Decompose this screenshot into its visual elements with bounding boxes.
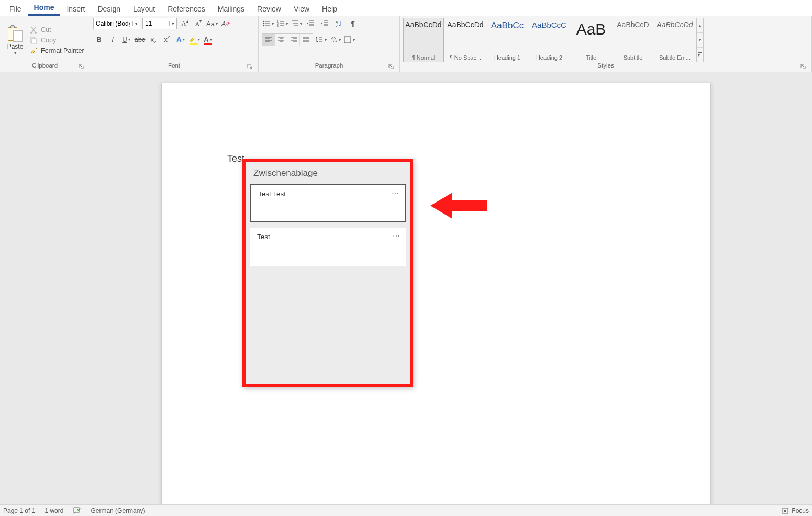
style-label: Subtitle [624, 54, 643, 61]
style-item[interactable]: AaBTitle [571, 18, 611, 62]
style-item[interactable]: AaBbCcCHeading 2 [529, 18, 570, 62]
font-name-caret-icon[interactable]: ▾ [132, 21, 140, 26]
style-item[interactable]: AaBbCcDdSubtle Em... [654, 18, 695, 62]
underline-button[interactable]: U▾ [120, 33, 132, 45]
style-label: Heading 1 [494, 54, 520, 61]
svg-marker-14 [430, 193, 487, 219]
svg-point-5 [263, 23, 265, 25]
tab-mailings[interactable]: Mailings [212, 2, 251, 16]
clipboard-popup-title: Zwischenablage [246, 162, 410, 184]
copy-button: Copy [29, 36, 84, 44]
numbering-button[interactable]: 123▾ [276, 18, 288, 29]
tab-design[interactable]: Design [91, 2, 127, 16]
group-paragraph: ▾ 123▾ ▾ AZ ¶ ▾ ▾ ▾ Paragra [259, 16, 400, 72]
annotation-arrow-icon [430, 189, 488, 222]
style-preview: AaBbCcDd [657, 20, 693, 29]
cut-button: Cut [29, 26, 84, 34]
tab-strip: FileHomeInsertDesignLayoutReferencesMail… [0, 0, 812, 16]
status-page[interactable]: Page 1 of 1 [3, 507, 35, 514]
italic-button[interactable]: I [107, 33, 118, 45]
line-spacing-button[interactable]: ▾ [315, 34, 327, 46]
highlight-button[interactable]: ▾ [188, 33, 200, 45]
style-label: ¶ No Spac... [450, 54, 481, 61]
style-preview: AaBbCcD [617, 20, 649, 29]
tab-help[interactable]: Help [316, 2, 343, 16]
font-color-button[interactable]: A▾ [202, 33, 214, 45]
styles-scroll-down-icon[interactable]: ▾ [697, 33, 703, 48]
justify-button[interactable] [300, 34, 313, 46]
shading-button[interactable]: ▾ [329, 34, 341, 46]
font-size-input[interactable] [143, 20, 169, 27]
clipboard-item[interactable]: Test⋯ [250, 228, 406, 266]
font-size-caret-icon[interactable]: ▾ [169, 21, 176, 26]
font-size-combo[interactable]: ▾ [142, 18, 177, 29]
status-focus[interactable]: Focus [782, 507, 809, 514]
styles-scroll-up-icon[interactable]: ▴ [697, 18, 703, 33]
subscript-button[interactable]: x2 [148, 33, 159, 45]
sort-button[interactable]: AZ [332, 18, 345, 29]
decrease-font-button[interactable]: A▾ [193, 18, 204, 29]
tab-view[interactable]: View [287, 2, 316, 16]
bold-button[interactable]: B [93, 33, 105, 45]
show-marks-button[interactable]: ¶ [347, 18, 359, 29]
tab-home[interactable]: Home [28, 1, 61, 16]
change-case-button[interactable]: Aa▾ [206, 18, 218, 29]
increase-indent-button[interactable] [318, 18, 331, 29]
increase-font-button[interactable]: A▴ [179, 18, 191, 29]
paste-button[interactable]: Paste ▾ [3, 18, 27, 62]
superscript-button[interactable]: x2 [161, 33, 173, 45]
font-launcher-icon[interactable] [247, 63, 253, 70]
clipboard-item-text: Test [257, 233, 270, 241]
group-clipboard: Paste ▾ Cut Copy Format Painter Clipbo [0, 16, 90, 72]
status-words[interactable]: 1 word [45, 507, 63, 514]
group-font: ▾ ▾ A▴ A▾ Aa▾ A⊘ B I U▾ abc x2 x2 A▾ [90, 16, 259, 72]
more-icon[interactable]: ⋯ [392, 189, 399, 197]
group-styles: AaBbCcDd¶ NormalAaBbCcDd¶ No Spac...AaBb… [400, 16, 812, 72]
borders-button[interactable]: ▾ [343, 34, 355, 46]
status-language[interactable]: German (Germany) [91, 507, 145, 514]
style-label: Title [586, 54, 596, 61]
more-icon[interactable]: ⋯ [393, 232, 401, 240]
tab-references[interactable]: References [161, 2, 212, 16]
style-preview: AaBbCcC [532, 20, 566, 29]
font-name-combo[interactable]: ▾ [93, 18, 140, 29]
style-item[interactable]: AaBbCcDd¶ No Spac... [445, 18, 486, 62]
align-left-button[interactable] [262, 34, 275, 46]
align-right-button[interactable] [287, 34, 300, 46]
svg-point-12 [336, 41, 337, 42]
status-spellcheck-icon[interactable] [73, 507, 81, 514]
status-bar: Page 1 of 1 1 word German (Germany) Focu… [0, 504, 812, 516]
style-item[interactable]: AaBbCcHeading 1 [487, 18, 528, 62]
clear-formatting-button[interactable]: A⊘ [220, 18, 231, 29]
clipboard-item[interactable]: Test Test⋯ [250, 184, 406, 222]
multilevel-list-button[interactable]: ▾ [290, 18, 303, 29]
style-preview: AaB [576, 20, 606, 38]
decrease-indent-button[interactable] [304, 18, 317, 29]
tab-review[interactable]: Review [251, 2, 287, 16]
style-item[interactable]: AaBbCcDd¶ Normal [403, 18, 444, 62]
align-center-button[interactable] [275, 34, 287, 46]
ribbon: Paste ▾ Cut Copy Format Painter Clipbo [0, 16, 812, 72]
bullets-button[interactable]: ▾ [262, 18, 274, 29]
format-painter-button[interactable]: Format Painter [29, 47, 84, 55]
style-label: Subtle Em... [659, 54, 691, 61]
paragraph-launcher-icon[interactable] [388, 63, 394, 70]
tab-layout[interactable]: Layout [127, 2, 161, 16]
paste-icon [7, 25, 23, 43]
styles-expand-icon[interactable]: ▾ [697, 48, 703, 62]
strikethrough-button[interactable]: abc [134, 33, 146, 45]
group-label-paragraph: Paragraph [315, 62, 343, 69]
styles-launcher-icon[interactable] [800, 63, 806, 70]
font-name-input[interactable] [94, 20, 132, 27]
style-label: Heading 2 [536, 54, 562, 61]
paste-caret-icon[interactable]: ▾ [14, 50, 17, 55]
text-effects-button[interactable]: A▾ [175, 33, 186, 45]
clipboard-launcher-icon[interactable] [78, 63, 84, 70]
style-preview: AaBbCcDd [405, 20, 441, 29]
group-label-font: Font [168, 62, 180, 69]
document-area: Test Zwischenablage Test Test⋯Test⋯ [0, 72, 812, 504]
style-item[interactable]: AaBbCcDSubtitle [613, 18, 653, 62]
tab-insert[interactable]: Insert [60, 2, 91, 16]
tab-file[interactable]: File [3, 2, 28, 16]
svg-text:A: A [336, 20, 338, 24]
